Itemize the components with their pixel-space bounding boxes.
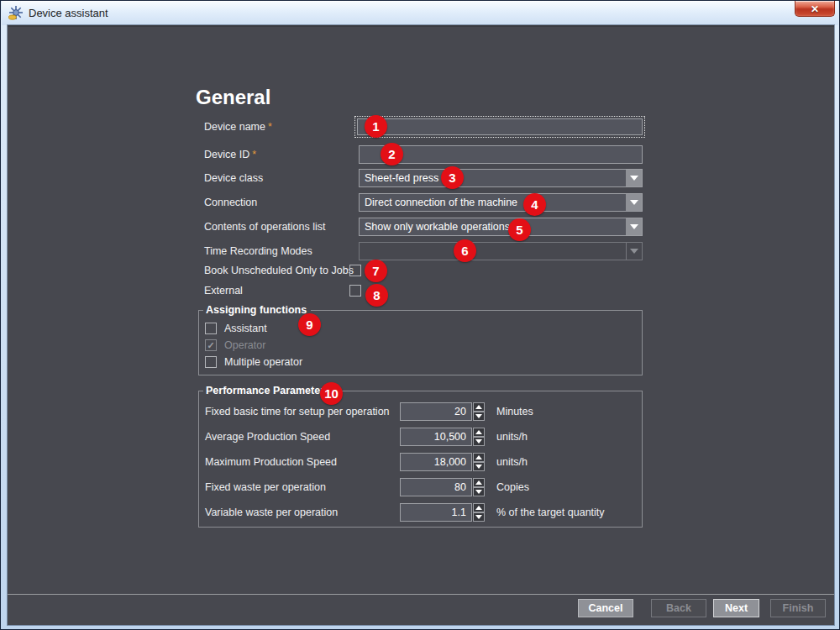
back-button: Back <box>651 599 706 617</box>
assistant-checkbox[interactable] <box>205 323 217 334</box>
avg-speed-input[interactable] <box>400 428 472 446</box>
chevron-down-icon <box>630 249 638 254</box>
variable-waste-spin-up[interactable] <box>473 503 485 512</box>
variable-waste-spin-down[interactable] <box>473 512 485 522</box>
step-badge-5: 5 <box>508 218 531 241</box>
setup-time-input[interactable] <box>400 402 472 421</box>
step-badge-7: 7 <box>365 260 387 282</box>
time-recording-dropdown <box>359 242 643 260</box>
operator-checkbox: ✓ <box>205 339 217 351</box>
step-badge-3: 3 <box>441 166 464 189</box>
operations-list-label: Contents of operations list <box>204 218 326 236</box>
assigning-functions-title: Assigning functions <box>203 304 311 316</box>
time-recording-dropdown-button <box>626 243 642 260</box>
step-badge-10: 10 <box>320 382 343 405</box>
device-class-value: Sheet-fed press <box>360 170 626 186</box>
book-unscheduled-checkbox[interactable] <box>349 265 361 276</box>
arrow-down-icon <box>475 515 482 519</box>
connection-dropdown-button[interactable] <box>626 194 642 211</box>
arrow-down-icon <box>475 490 482 494</box>
step-badge-4: 4 <box>523 193 546 216</box>
device-name-label: Device name* <box>204 118 272 136</box>
arrow-up-icon <box>475 405 482 409</box>
operations-list-dropdown[interactable]: Show only workable operations <box>359 218 643 236</box>
fixed-waste-unit: Copies <box>496 478 529 496</box>
max-speed-spin-down[interactable] <box>473 462 485 471</box>
time-recording-value <box>360 243 626 260</box>
avg-speed-label: Average Production Speed <box>205 428 330 446</box>
setup-time-spin-down[interactable] <box>473 412 485 421</box>
performance-parameters-title: Performance Parameters <box>203 385 334 396</box>
step-badge-2: 2 <box>381 143 403 165</box>
operations-list-dropdown-button[interactable] <box>626 218 642 235</box>
assistant-label: Assistant <box>224 319 267 338</box>
arrow-down-icon <box>475 465 482 469</box>
chevron-down-icon <box>630 176 638 181</box>
chevron-down-icon <box>630 200 638 205</box>
window-title: Device assistant <box>29 7 108 19</box>
page-title: General <box>196 86 270 109</box>
next-button[interactable]: Next <box>713 599 759 617</box>
device-id-label: Device ID* <box>204 145 256 164</box>
device-assistant-window: Device assistant ✕ General Device name* … <box>0 0 840 630</box>
max-speed-spin-up[interactable] <box>473 453 485 462</box>
device-name-focus-ring <box>354 116 645 138</box>
required-asterisk: * <box>252 149 256 160</box>
avg-speed-unit: units/h <box>496 428 528 446</box>
connection-value: Direct connection of the machine <box>360 194 626 211</box>
cancel-button[interactable]: Cancel <box>578 599 633 617</box>
variable-waste-unit: % of the target quantity <box>496 503 605 522</box>
operations-list-value: Show only workable operations <box>360 218 626 235</box>
multiple-operator-label: Multiple operator <box>224 353 302 371</box>
connection-label: Connection <box>204 193 257 212</box>
arrow-up-icon <box>475 480 482 485</box>
step-badge-6: 6 <box>454 239 476 262</box>
arrow-down-icon <box>475 414 482 418</box>
avg-speed-spin-down[interactable] <box>473 437 485 446</box>
setup-time-label: Fixed basic time for setup per operation <box>205 402 390 421</box>
finish-button: Finish <box>770 599 826 617</box>
max-speed-unit: units/h <box>496 453 528 471</box>
fixed-waste-input[interactable] <box>400 478 472 496</box>
external-label: External <box>204 281 243 300</box>
max-speed-label: Maximum Production Speed <box>205 453 337 471</box>
connection-dropdown[interactable]: Direct connection of the machine <box>359 193 643 212</box>
footer-divider <box>8 594 834 595</box>
variable-waste-input[interactable] <box>400 503 472 522</box>
fixed-waste-spin-up[interactable] <box>473 478 485 487</box>
title-bar: Device assistant ✕ <box>2 1 838 25</box>
close-button[interactable]: ✕ <box>795 1 835 17</box>
arrow-up-icon <box>475 430 482 434</box>
step-badge-9: 9 <box>298 313 321 336</box>
external-checkbox[interactable] <box>349 285 361 297</box>
operator-label: Operator <box>224 336 265 354</box>
close-icon: ✕ <box>811 3 819 15</box>
setup-time-unit: Minutes <box>496 402 533 421</box>
avg-speed-spin-up[interactable] <box>473 428 485 437</box>
device-class-label: Device class <box>204 169 263 187</box>
step-badge-1: 1 <box>365 115 387 138</box>
arrow-down-icon <box>475 439 482 444</box>
app-gear-icon <box>8 5 24 20</box>
arrow-up-icon <box>475 455 482 459</box>
max-speed-input[interactable] <box>400 453 472 471</box>
fixed-waste-label: Fixed waste per operation <box>205 478 326 496</box>
required-asterisk: * <box>268 121 272 133</box>
multiple-operator-checkbox[interactable] <box>205 356 217 368</box>
device-class-dropdown-button[interactable] <box>626 170 642 186</box>
variable-waste-label: Variable waste per operation <box>205 503 338 522</box>
time-recording-label: Time Recording Modes <box>204 242 312 260</box>
chevron-down-icon <box>630 224 638 229</box>
step-badge-8: 8 <box>365 284 388 307</box>
setup-time-spin-up[interactable] <box>473 402 485 412</box>
device-class-dropdown[interactable]: Sheet-fed press <box>359 169 643 187</box>
checkmark-icon: ✓ <box>206 340 216 350</box>
arrow-up-icon <box>475 506 482 510</box>
device-name-input[interactable] <box>357 118 643 135</box>
fixed-waste-spin-down[interactable] <box>473 487 485 496</box>
book-unscheduled-label: Book Unscheduled Only to Jobs <box>204 261 354 280</box>
